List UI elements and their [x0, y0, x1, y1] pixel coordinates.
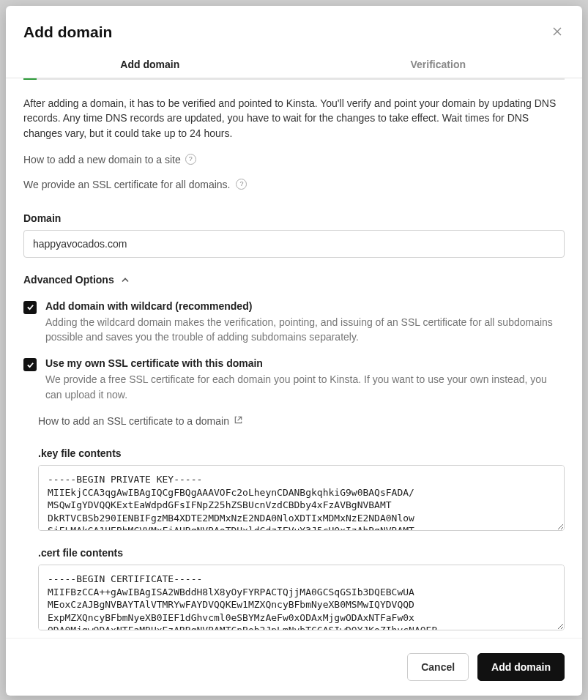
modal-header: Add domain	[6, 6, 582, 50]
howto-add-domain-text: How to add a new domain to a site	[23, 154, 181, 165]
help-icon: ?	[185, 154, 196, 165]
cert-textarea[interactable]	[38, 565, 565, 630]
external-link-icon	[234, 415, 243, 427]
wildcard-title: Add domain with wildcard (recommended)	[45, 300, 565, 312]
own-ssl-option: Use my own SSL certificate with this dom…	[23, 357, 565, 402]
check-icon	[26, 361, 34, 369]
tabs: Add domain Verification	[6, 50, 582, 78]
wildcard-option: Add domain with wildcard (recommended) A…	[23, 300, 565, 345]
key-label: .key file contents	[38, 447, 565, 459]
own-ssl-checkbox[interactable]	[23, 358, 37, 371]
wildcard-text: Add domain with wildcard (recommended) A…	[45, 300, 565, 345]
tab-verification[interactable]: Verification	[294, 50, 583, 78]
add-domain-button[interactable]: Add domain	[477, 653, 565, 681]
intro-text: After adding a domain, it has to be veri…	[23, 96, 565, 141]
key-textarea[interactable]	[38, 465, 565, 531]
tab-add-domain[interactable]: Add domain	[6, 50, 294, 78]
progress-track	[23, 78, 565, 80]
modal-title: Add domain	[23, 23, 112, 41]
close-button[interactable]	[550, 24, 565, 40]
howto-add-domain-link[interactable]: How to add a new domain to a site ?	[23, 154, 565, 165]
own-ssl-text: Use my own SSL certificate with this dom…	[45, 357, 565, 402]
advanced-options-toggle[interactable]: Advanced Options	[23, 274, 565, 286]
ssl-upload-section: How to add an SSL certificate to a domai…	[23, 415, 565, 633]
own-ssl-title: Use my own SSL certificate with this dom…	[45, 357, 565, 369]
howto-ssl-link[interactable]: How to add an SSL certificate to a domai…	[38, 415, 565, 427]
wildcard-checkbox[interactable]	[23, 301, 37, 314]
domain-label: Domain	[23, 212, 565, 224]
domain-input[interactable]	[23, 230, 565, 258]
help-icon[interactable]: ?	[236, 179, 247, 190]
domain-field: Domain	[23, 212, 565, 258]
chevron-up-icon	[122, 275, 129, 284]
key-field: .key file contents	[38, 447, 565, 534]
modal-footer: Cancel Add domain	[6, 638, 582, 696]
wildcard-desc: Adding the wildcard domain makes the ver…	[45, 315, 565, 345]
howto-ssl-text: How to add an SSL certificate to a domai…	[38, 415, 229, 427]
close-icon	[553, 27, 562, 36]
progress-fill	[23, 78, 37, 80]
cert-field: .cert file contents	[38, 547, 565, 633]
modal-content: After adding a domain, it has to be veri…	[6, 80, 582, 638]
ssl-info-row: We provide an SSL certificate for all do…	[23, 179, 565, 190]
add-domain-modal: Add domain Add domain Verification After…	[6, 6, 582, 696]
advanced-options-label: Advanced Options	[23, 274, 114, 286]
check-icon	[26, 303, 34, 311]
ssl-info-text: We provide an SSL certificate for all do…	[23, 179, 230, 190]
cancel-button[interactable]: Cancel	[407, 653, 469, 681]
cert-label: .cert file contents	[38, 547, 565, 559]
own-ssl-desc: We provide a free SSL certificate for ea…	[45, 372, 565, 402]
